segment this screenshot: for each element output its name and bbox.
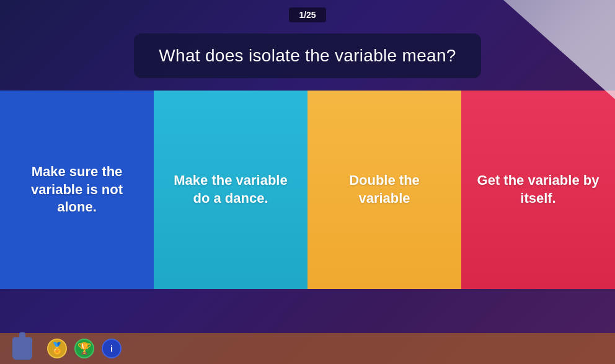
progress-text: 1/25: [299, 10, 316, 20]
answer-text-c: Double the variable: [322, 172, 446, 207]
answer-card-d[interactable]: Get the variable by itself.: [461, 91, 615, 289]
medal-icon[interactable]: 🏅: [47, 339, 67, 358]
answer-text-a: Make sure the variable is not alone.: [15, 163, 139, 216]
answers-container: Make sure the variable is not alone.Make…: [0, 91, 615, 289]
question-container: What does isolate the variable mean?: [0, 27, 615, 84]
question-box: What does isolate the variable mean?: [134, 33, 480, 78]
answer-card-b[interactable]: Make the variable do a dance.: [154, 91, 308, 289]
answer-text-b: Make the variable do a dance.: [169, 172, 293, 207]
question-text: What does isolate the variable mean?: [159, 46, 456, 65]
answer-card-a[interactable]: Make sure the variable is not alone.: [0, 91, 154, 289]
trophy-icon[interactable]: 🏆: [74, 339, 94, 358]
answer-card-c[interactable]: Double the variable: [308, 91, 461, 289]
info-icon[interactable]: i: [102, 339, 122, 358]
robot-character: [12, 337, 32, 360]
answer-text-d: Get the variable by itself.: [476, 172, 600, 207]
progress-indicator: 1/25: [289, 7, 325, 22]
bottom-bar: 🏅 🏆 i: [0, 333, 615, 364]
